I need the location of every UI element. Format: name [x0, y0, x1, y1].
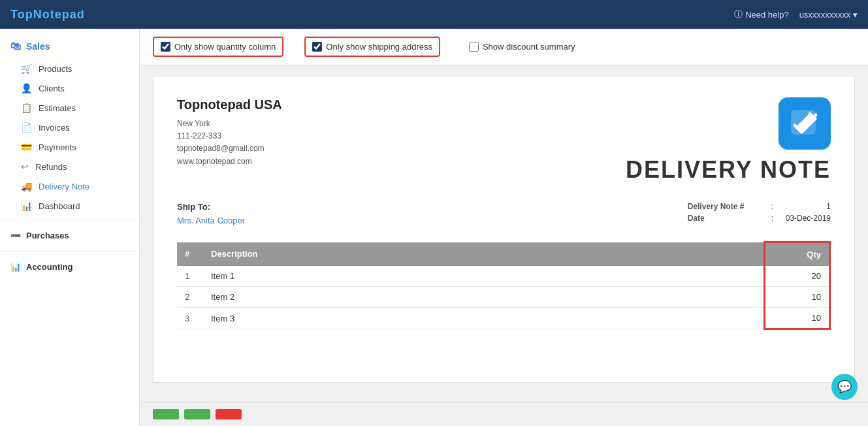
refunds-icon: ↩ — [21, 161, 29, 172]
sidebar-item-label: Clients — [39, 84, 65, 93]
row-description: Item 2 — [203, 287, 765, 308]
top-nav: TopNotepad ⓘ Need help? usxxxxxxxxxx ▾ — [0, 0, 868, 29]
options-bar: Only show quantity column Only show ship… — [140, 29, 868, 65]
qty-label: Only show quantity column — [174, 42, 276, 52]
delivery-colon: : — [771, 202, 773, 211]
logo-notepad: Notepad — [33, 8, 85, 21]
document-area: Topnotepad USA New York 111-222-333 topn… — [140, 65, 868, 402]
user-menu[interactable]: usxxxxxxxxxx ▾ — [799, 10, 858, 20]
shipping-label: Only show shipping address — [326, 42, 432, 52]
company-name: Topnotepad USA — [177, 97, 282, 112]
discount-label: Show discount summary — [483, 42, 575, 52]
company-info: Topnotepad USA New York 111-222-333 topn… — [177, 97, 282, 168]
row-qty: 10 — [765, 308, 830, 329]
sidebar-item-delivery-note[interactable]: 🚚 Delivery Note — [0, 176, 139, 196]
invoices-icon: 📄 — [21, 122, 32, 133]
address-line3: topnotepad8@gmail.com — [177, 142, 282, 155]
delivery-note-row: Delivery Note # : 1 — [688, 202, 831, 211]
sidebar-item-estimates[interactable]: 📋 Estimates — [0, 98, 139, 118]
action-btn-3[interactable] — [216, 409, 242, 419]
help-icon: ⓘ — [734, 8, 743, 20]
date-colon: : — [771, 214, 773, 223]
sidebar-divider2 — [0, 251, 139, 252]
doc-info-table: Delivery Note # : 1 Date : 03-Dec-2019 — [688, 202, 831, 225]
sidebar-group-accounting[interactable]: 📊 Accounting — [0, 255, 139, 278]
table-header-row: # Description Qty — [177, 242, 830, 267]
date-key: Date — [688, 214, 766, 223]
row-num: 1 — [177, 266, 203, 287]
user-label: usxxxxxxxxxx — [799, 10, 851, 20]
products-icon: 🛒 — [21, 63, 32, 74]
sidebar-item-label: Refunds — [35, 162, 67, 172]
chat-icon: 💬 — [837, 380, 852, 394]
help-link[interactable]: ⓘ Need help? — [734, 8, 789, 20]
col-hash: # — [177, 242, 203, 267]
sidebar-item-refunds[interactable]: ↩ Refunds — [0, 157, 139, 176]
sidebar-item-label: Delivery Note — [39, 182, 89, 191]
row-num: 3 — [177, 308, 203, 329]
sidebar: 🛍 Sales 🛒 Products 👤 Clients 📋 Estimates… — [0, 29, 140, 426]
dashboard-icon: 📊 — [21, 201, 32, 211]
items-table: # Description Qty 1 Item 1 20 2 Item 2 1… — [177, 241, 831, 330]
row-qty: 20 — [765, 266, 830, 287]
chat-bubble[interactable]: 💬 — [831, 374, 858, 400]
recipient-name: Mrs. Anita Cooper — [177, 216, 245, 225]
address-line1: New York — [177, 118, 282, 130]
date-value: 03-Dec-2019 — [779, 214, 831, 223]
qty-checkbox[interactable] — [161, 42, 170, 52]
sidebar-item-label: Estimates — [39, 103, 76, 113]
estimates-icon: 📋 — [21, 103, 32, 113]
sidebar-item-label: Products — [39, 64, 72, 74]
sidebar-section-sales[interactable]: 🛍 Sales — [0, 34, 139, 59]
sales-label: Sales — [26, 41, 50, 52]
delivery-note-value: 1 — [779, 202, 831, 211]
address-line2: 111-222-333 — [177, 130, 282, 142]
sidebar-group-purchases[interactable]: ➖ Purchases — [0, 224, 139, 247]
help-label: Need help? — [745, 10, 789, 20]
col-qty: Qty — [765, 242, 830, 267]
accounting-label: Accounting — [26, 262, 73, 272]
sidebar-item-clients[interactable]: 👤 Clients — [0, 78, 139, 98]
doc-meta: Ship To: Mrs. Anita Cooper Delivery Note… — [177, 202, 831, 225]
ship-to-label: Ship To: — [177, 202, 245, 212]
nav-right: ⓘ Need help? usxxxxxxxxxx ▾ — [734, 8, 858, 20]
qty-option[interactable]: Only show quantity column — [153, 37, 283, 57]
checkmark-edit-icon — [788, 107, 821, 140]
sidebar-item-invoices[interactable]: 📄 Invoices — [0, 118, 139, 137]
sidebar-item-products[interactable]: 🛒 Products — [0, 59, 139, 78]
sidebar-item-label: Dashboard — [39, 201, 80, 211]
row-description: Item 1 — [203, 266, 765, 287]
minus-icon: ➖ — [10, 231, 21, 240]
logo-area: DELIVERY NOTE — [626, 97, 831, 184]
sidebar-item-dashboard[interactable]: 📊 Dashboard — [0, 196, 139, 216]
bottom-bar — [140, 402, 868, 426]
sidebar-item-payments[interactable]: 💳 Payments — [0, 137, 139, 157]
discount-checkbox[interactable] — [469, 42, 479, 52]
shipping-option[interactable]: Only show shipping address — [304, 37, 440, 57]
app-logo: TopNotepad — [10, 8, 85, 22]
bar-chart-icon: 📊 — [10, 262, 21, 272]
sales-icon: 🛍 — [10, 41, 21, 52]
table-row: 1 Item 1 20 — [177, 266, 830, 287]
row-description: Item 3 — [203, 308, 765, 329]
date-row: Date : 03-Dec-2019 — [688, 214, 831, 223]
sidebar-item-label: Invoices — [39, 123, 70, 133]
doc-title: DELIVERY NOTE — [626, 156, 831, 184]
row-qty: 10 — [765, 287, 830, 308]
delivery-note-key: Delivery Note # — [688, 202, 766, 211]
table-row: 3 Item 3 10 — [177, 308, 830, 329]
payments-icon: 💳 — [21, 142, 32, 152]
document-paper: Topnotepad USA New York 111-222-333 topn… — [153, 76, 855, 383]
action-btn-2[interactable] — [184, 409, 210, 419]
doc-header: Topnotepad USA New York 111-222-333 topn… — [177, 97, 831, 184]
row-num: 2 — [177, 287, 203, 308]
main-content: Only show quantity column Only show ship… — [140, 29, 868, 426]
purchases-label: Purchases — [26, 231, 69, 240]
app-logo-icon — [779, 97, 831, 150]
action-btn-1[interactable] — [153, 409, 179, 419]
address-line4: www.topnotepad.com — [177, 156, 282, 168]
clients-icon: 👤 — [21, 83, 32, 93]
discount-option[interactable]: Show discount summary — [461, 37, 583, 57]
shipping-checkbox[interactable] — [312, 42, 322, 52]
delivery-note-icon: 🚚 — [21, 181, 32, 191]
